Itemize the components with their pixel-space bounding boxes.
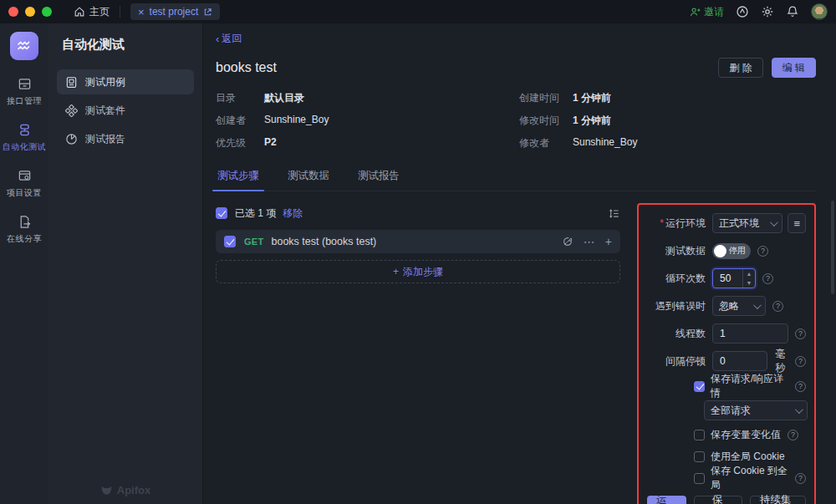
on-error-select[interactable]: 忽略 — [712, 296, 766, 316]
ci-button[interactable]: 持续集成 — [750, 496, 806, 504]
use-global-cookie-checkbox[interactable] — [694, 451, 705, 462]
help-icon[interactable]: ? — [795, 328, 806, 339]
run-settings-panel: *运行环境 正式环境 ≡ 测试数据 停用 ? — [637, 203, 816, 504]
edit-button[interactable]: 编 辑 — [772, 58, 816, 78]
rail-item-online-share[interactable]: 在线分享 — [7, 215, 42, 245]
sidebar-title: 自动化测试 — [48, 23, 202, 68]
rail-item-label: 项目设置 — [7, 187, 42, 199]
help-icon[interactable]: ? — [795, 473, 806, 484]
save-details-option[interactable]: 保存请求/响应详情 ? — [694, 379, 806, 394]
notifications-bell-icon[interactable] — [786, 5, 799, 18]
on-error-value: 忽略 — [719, 299, 739, 313]
delete-button[interactable]: 删 除 — [718, 58, 762, 78]
sidebar-item-test-cases[interactable]: 测试用例 — [57, 69, 194, 94]
env-label: *运行环境 — [647, 216, 706, 231]
aquarius-waves-icon — [16, 38, 33, 54]
env-manage-button[interactable]: ≡ — [788, 213, 806, 233]
step-up-icon[interactable]: ▲ — [743, 269, 755, 278]
meta-value: 1 分钟前 — [573, 114, 816, 128]
detail-scope-select[interactable]: 全部请求 — [704, 400, 808, 420]
remove-selected-link[interactable]: 移除 — [283, 206, 303, 221]
help-icon[interactable]: ? — [788, 430, 798, 440]
save-details-label: 保存请求/响应详情 — [711, 372, 788, 400]
vertical-scrollbar[interactable] — [831, 201, 834, 294]
settings-gear-icon[interactable] — [761, 5, 774, 18]
skip-step-icon[interactable] — [562, 236, 573, 247]
use-global-cookie-option[interactable]: 使用全局 Cookie — [694, 449, 806, 464]
more-options-icon[interactable]: ⋯ — [584, 236, 595, 247]
meta-value: Sunshine_Boy — [573, 136, 816, 150]
rail-item-project-settings[interactable]: 项目设置 — [7, 169, 42, 199]
help-icon[interactable]: ? — [772, 301, 783, 312]
save-variables-option[interactable]: 保存变量变化值 ? — [694, 427, 806, 442]
number-stepper[interactable]: ▲▼ — [742, 269, 755, 288]
home-label: 主页 — [89, 5, 110, 19]
save-details-checkbox[interactable] — [694, 381, 705, 392]
rail-item-api-management[interactable]: 接口管理 — [7, 77, 42, 107]
loop-count-value: 50 — [720, 272, 731, 284]
run-button[interactable]: 运 行 — [647, 496, 686, 504]
step-checkbox[interactable] — [224, 236, 236, 247]
help-icon[interactable]: ? — [757, 246, 768, 257]
select-all-checkbox[interactable] — [216, 207, 227, 219]
tab-test-data[interactable]: 测试数据 — [286, 164, 331, 191]
back-button[interactable]: ‹ 返回 — [216, 32, 242, 46]
sidebar-item-test-reports[interactable]: 测试报告 — [57, 126, 194, 151]
rail-item-label: 自动化测试 — [3, 141, 47, 153]
loop-count-input[interactable]: 50 ▲▼ — [712, 268, 756, 288]
add-step-button[interactable]: + 添加步骤 — [216, 260, 620, 283]
online-share-icon — [18, 215, 32, 229]
help-icon[interactable]: ? — [762, 273, 773, 284]
toggle-state-label: 停用 — [729, 245, 746, 257]
save-button[interactable]: 保 存 — [694, 496, 742, 504]
meta-value: 默认目录 — [264, 91, 519, 105]
invite-button[interactable]: 邀请 — [690, 5, 724, 19]
close-tab-icon[interactable]: × — [138, 7, 145, 18]
save-cookie-global-option[interactable]: 保存 Cookie 到全局 ? — [694, 471, 806, 486]
page-title: books test — [216, 60, 277, 75]
tab-test-steps[interactable]: 测试步骤 — [216, 164, 261, 191]
user-avatar[interactable] — [811, 3, 828, 20]
project-tab[interactable]: × test project — [130, 3, 220, 20]
rail-item-auto-testing[interactable]: 自动化测试 — [3, 123, 47, 153]
on-error-label: 遇到错误时 — [647, 299, 706, 313]
http-method-badge: GET — [244, 237, 264, 247]
test-data-toggle[interactable]: 停用 — [712, 243, 751, 259]
window-controls[interactable] — [8, 7, 52, 17]
app-logo[interactable] — [10, 32, 38, 60]
close-window-button[interactable] — [8, 7, 18, 17]
invite-person-icon — [690, 7, 701, 18]
environment-select[interactable]: 正式环境 — [712, 213, 782, 233]
test-case-file-icon — [65, 76, 78, 89]
titlebar-divider — [120, 6, 120, 18]
chevron-down-icon — [753, 301, 762, 309]
steps-column: 已选 1 项 移除 GET books test (books test) ⋯ — [216, 203, 620, 283]
meta-label: 修改时间 — [519, 114, 573, 128]
external-link-icon[interactable] — [203, 8, 212, 17]
delay-input[interactable]: 0 — [712, 351, 767, 371]
help-icon[interactable]: ? — [795, 356, 806, 367]
use-global-cookie-label: 使用全局 Cookie — [711, 450, 785, 464]
save-cookie-global-checkbox[interactable] — [694, 473, 705, 484]
reorder-list-icon[interactable] — [608, 207, 620, 220]
tab-test-report[interactable]: 测试报告 — [356, 164, 401, 191]
meta-label: 修改者 — [519, 136, 573, 150]
add-below-icon[interactable]: + — [605, 236, 612, 247]
rail-item-label: 在线分享 — [7, 233, 42, 245]
home-button[interactable]: 主页 — [74, 5, 110, 19]
threads-label: 线程数 — [647, 327, 706, 341]
minimize-window-button[interactable] — [25, 7, 35, 17]
step-name: books test (books test) — [272, 236, 377, 247]
add-step-label: 添加步骤 — [403, 265, 443, 279]
help-icon[interactable]: ? — [795, 381, 806, 392]
save-variables-checkbox[interactable] — [694, 430, 705, 440]
test-step-row[interactable]: GET books test (books test) ⋯ + — [216, 230, 620, 253]
meta-label: 创建时间 — [519, 91, 573, 105]
maximize-window-button[interactable] — [42, 7, 52, 17]
main-content: ‹ 返回 books test 删 除 编 辑 目录 默认目录 创建时间 1 分… — [203, 23, 836, 504]
sync-status-icon[interactable] — [736, 5, 749, 18]
sidebar-item-test-suites[interactable]: 测试套件 — [57, 98, 194, 123]
step-down-icon[interactable]: ▼ — [743, 278, 755, 288]
test-report-pie-icon — [65, 133, 78, 145]
threads-input[interactable]: 1 — [712, 323, 788, 344]
